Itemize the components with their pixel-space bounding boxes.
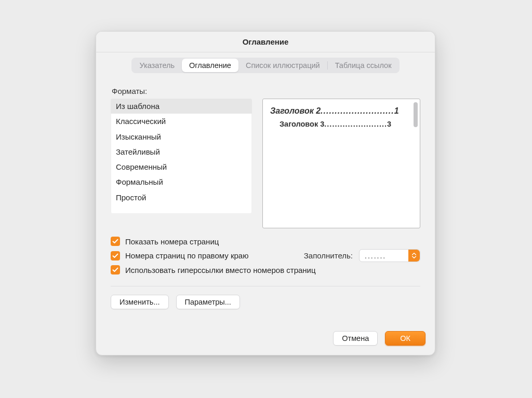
tab-toc[interactable]: Оглавление: [182, 59, 238, 72]
label-show-page-numbers: Показать номера страниц: [125, 237, 219, 246]
options-button[interactable]: Параметры...: [176, 295, 240, 309]
preview-h2-page: 1: [394, 106, 399, 116]
leader-group: Заполнитель: .......: [304, 249, 420, 262]
preview-h3-leader: ........................: [324, 120, 387, 128]
list-item[interactable]: Простой: [111, 190, 252, 205]
list-item[interactable]: Затейливый: [111, 144, 252, 159]
leader-select[interactable]: .......: [359, 249, 420, 262]
leader-label: Заполнитель:: [304, 251, 353, 260]
toc-dialog: Оглавление Указатель Оглавление Список и…: [96, 31, 435, 355]
check-icon: [112, 267, 118, 273]
segmented-tabs: Указатель Оглавление Список иллюстраций …: [131, 58, 400, 73]
list-item[interactable]: Классический: [111, 114, 252, 129]
ok-button[interactable]: ОК: [385, 331, 425, 346]
row-right-align: Номера страниц по правому краю Заполните…: [111, 249, 420, 262]
preview-line-h2: Заголовок 2 .......................... 1: [270, 106, 410, 116]
select-stepper-icon: [408, 250, 420, 262]
preview-line-h3: Заголовок 3........................ 3: [270, 120, 410, 128]
dialog-title: Оглавление: [243, 37, 289, 46]
secondary-buttons: Изменить... Параметры...: [111, 295, 420, 309]
tab-index[interactable]: Указатель: [132, 59, 182, 72]
checkbox-right-align[interactable]: [111, 251, 120, 260]
toc-preview: Заголовок 2 .......................... 1…: [262, 99, 420, 228]
preview-scrollbar[interactable]: [414, 102, 418, 127]
label-hyperlinks: Использовать гиперссылки вместо номеров …: [125, 266, 316, 275]
checkbox-show-page-numbers[interactable]: [111, 237, 120, 246]
formats-preview-row: Из шаблона Классический Изысканный Затей…: [111, 99, 420, 228]
list-item[interactable]: Из шаблона: [111, 99, 252, 114]
row-show-page-numbers: Показать номера страниц: [111, 237, 420, 246]
check-icon: [112, 253, 118, 259]
preview-h2-leader: ..........................: [321, 106, 394, 116]
dialog-titlebar: Оглавление: [96, 32, 435, 52]
dialog-footer: Отмена ОК: [96, 320, 435, 355]
list-item[interactable]: Современный: [111, 159, 252, 174]
preview-h2-title: Заголовок 2: [270, 106, 321, 116]
tabs-row: Указатель Оглавление Список иллюстраций …: [96, 52, 435, 73]
chevron-down-icon: [412, 256, 416, 258]
options-checks: Показать номера страниц Номера страниц п…: [111, 237, 420, 275]
formats-listbox[interactable]: Из шаблона Классический Изысканный Затей…: [111, 99, 252, 214]
check-icon: [112, 238, 118, 244]
label-right-align: Номера страниц по правому краю: [125, 251, 248, 260]
leader-value: .......: [365, 252, 386, 260]
separator: [111, 286, 420, 286]
tab-illustrations[interactable]: Список иллюстраций: [238, 59, 327, 72]
checkbox-hyperlinks[interactable]: [111, 265, 120, 275]
preview-h3-title: Заголовок 3: [280, 120, 324, 128]
formats-label: Форматы:: [112, 87, 420, 95]
preview-h3-page: 3: [387, 120, 391, 128]
tab-references[interactable]: Таблица ссылок: [328, 59, 399, 72]
dialog-body: Форматы: Из шаблона Классический Изыскан…: [96, 73, 435, 320]
cancel-button[interactable]: Отмена: [333, 331, 378, 346]
list-item[interactable]: Изысканный: [111, 129, 252, 144]
row-hyperlinks: Использовать гиперссылки вместо номеров …: [111, 265, 420, 275]
modify-button[interactable]: Изменить...: [111, 295, 169, 309]
chevron-up-icon: [412, 253, 416, 255]
list-item[interactable]: Формальный: [111, 174, 252, 189]
